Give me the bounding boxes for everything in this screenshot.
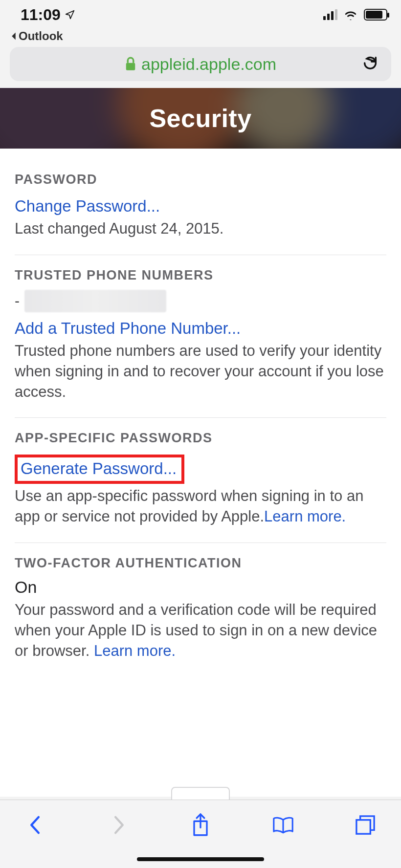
divider [15, 542, 386, 543]
address-bar-container: appleid.apple.com [0, 45, 401, 88]
trusted-number-row: - [15, 290, 386, 312]
app-pw-learn-more-link[interactable]: Learn more. [264, 508, 346, 525]
divider [15, 255, 386, 255]
tfa-desc-text: Your password and a verification code wi… [15, 601, 377, 659]
time-text: 11:09 [21, 6, 61, 24]
safari-toolbar [0, 800, 401, 868]
divider [15, 417, 386, 418]
share-icon [191, 812, 210, 838]
partial-popup-edge [171, 787, 230, 801]
book-icon [271, 815, 295, 835]
address-bar[interactable]: appleid.apple.com [10, 47, 391, 81]
tfa-status: On [15, 578, 386, 597]
home-indicator[interactable] [137, 857, 264, 861]
app-pw-heading: APP-SPECIFIC PASSWORDS [15, 431, 386, 446]
password-heading: PASSWORD [15, 172, 386, 187]
cellular-icon [323, 9, 337, 20]
status-icons [323, 9, 387, 21]
battery-icon [364, 9, 387, 21]
back-button[interactable] [23, 813, 48, 837]
bookmarks-button[interactable] [271, 813, 295, 837]
chevron-left-icon [10, 31, 18, 41]
add-trusted-number-link[interactable]: Add a Trusted Phone Number... [15, 319, 241, 338]
section-trusted-numbers: TRUSTED PHONE NUMBERS - Add a Trusted Ph… [15, 268, 386, 402]
url-text: appleid.apple.com [141, 55, 276, 74]
page-banner: Security [0, 88, 401, 149]
section-password: PASSWORD Change Password... Last changed… [15, 172, 386, 239]
chevron-left-icon [28, 814, 43, 836]
share-button[interactable] [188, 813, 213, 837]
back-to-app[interactable]: Outlook [0, 29, 401, 45]
svg-rect-4 [356, 820, 370, 834]
wifi-icon [343, 9, 358, 20]
forward-button [106, 813, 131, 837]
lock-icon [125, 57, 136, 71]
svg-rect-0 [126, 63, 135, 70]
tfa-heading: TWO-FACTOR AUTHENTICATION [15, 556, 386, 571]
trusted-heading: TRUSTED PHONE NUMBERS [15, 268, 386, 283]
trusted-number-dash: - [15, 293, 20, 309]
status-time: 11:09 [21, 6, 75, 24]
generate-password-link[interactable]: Generate Password... [21, 459, 177, 478]
change-password-link[interactable]: Change Password... [15, 197, 160, 216]
tabs-icon [355, 814, 376, 836]
section-two-factor: TWO-FACTOR AUTHENTICATION On Your passwo… [15, 556, 386, 661]
section-app-passwords: APP-SPECIFIC PASSWORDS Generate Password… [15, 431, 386, 527]
status-bar: 11:09 [0, 0, 401, 29]
trusted-description: Trusted phone numbers are used to verify… [15, 341, 386, 402]
trusted-number-redacted [24, 290, 166, 312]
page-title: Security [149, 104, 251, 133]
highlight-box: Generate Password... [15, 455, 184, 484]
main-content: PASSWORD Change Password... Last changed… [0, 149, 401, 797]
reload-button[interactable] [362, 55, 379, 73]
app-pw-description: Use an app-specific password when signin… [15, 486, 386, 527]
tfa-description: Your password and a verification code wi… [15, 600, 386, 661]
password-last-changed: Last changed August 24, 2015. [15, 218, 386, 239]
location-icon [65, 9, 75, 20]
reload-icon [362, 55, 379, 71]
chevron-right-icon [111, 814, 126, 836]
tfa-learn-more-link[interactable]: Learn more. [94, 642, 176, 659]
tabs-button[interactable] [353, 813, 378, 837]
back-app-label: Outlook [19, 29, 63, 43]
